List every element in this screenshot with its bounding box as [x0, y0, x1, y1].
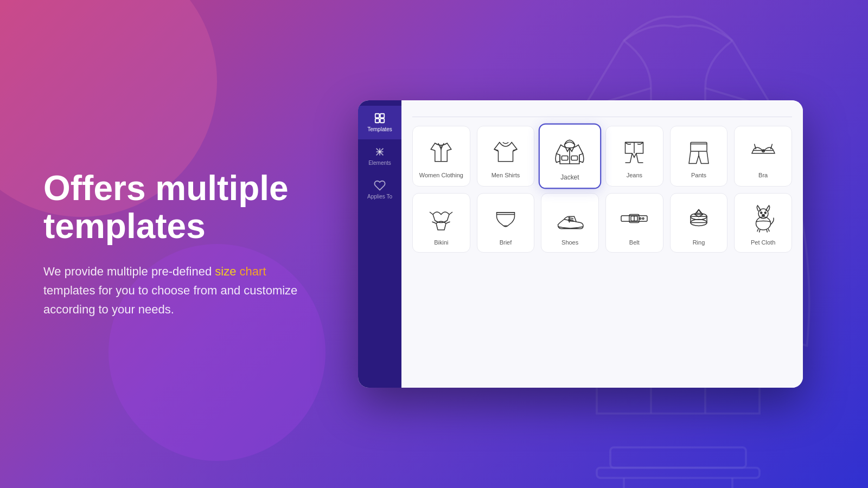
pants-label: Pants	[691, 172, 706, 178]
shoes-label: Shoes	[561, 239, 578, 246]
app-window: Templates Elements Applies To	[358, 100, 803, 388]
pet-cloth-label: Pet Cloth	[751, 239, 775, 246]
template-card-belt[interactable]: Belt	[605, 193, 663, 253]
belt-label: Belt	[629, 239, 640, 246]
svg-line-34	[568, 221, 574, 222]
svg-rect-9	[380, 119, 384, 123]
jacket-icon	[552, 134, 588, 169]
bikini-icon	[425, 202, 457, 235]
belt-icon	[618, 202, 650, 235]
svg-point-39	[640, 218, 641, 220]
svg-line-56	[767, 229, 768, 232]
women-clothing-icon	[425, 135, 457, 168]
description-text: We provide multiple pre-defined size cha…	[43, 262, 315, 319]
elements-label: Elements	[368, 160, 391, 166]
template-card-jacket[interactable]: Jacket	[539, 124, 601, 189]
template-card-ring[interactable]: Ring	[670, 193, 728, 253]
svg-line-53	[757, 229, 758, 232]
templates-icon	[374, 112, 386, 124]
ring-icon	[682, 202, 715, 235]
bikini-label: Bikini	[434, 239, 448, 246]
svg-point-52	[762, 215, 764, 216]
applies-to-label: Applies To	[367, 194, 392, 200]
svg-line-29	[446, 222, 450, 223]
svg-point-51	[764, 212, 766, 214]
template-card-bikini[interactable]: Bikini	[412, 193, 470, 253]
main-heading: Offers multiple templates	[43, 169, 315, 246]
brief-label: Brief	[500, 239, 512, 246]
pet-cloth-icon	[747, 202, 780, 235]
elements-icon	[374, 146, 386, 158]
left-section: Offers multiple templates We provide mul…	[43, 169, 315, 319]
svg-line-55	[759, 229, 760, 232]
svg-rect-0	[610, 447, 746, 468]
svg-line-32	[568, 218, 573, 219]
svg-line-26	[430, 212, 433, 215]
svg-rect-1	[597, 468, 760, 478]
shoes-icon	[554, 202, 586, 235]
jeans-label: Jeans	[627, 172, 642, 178]
sidebar-item-applies-to[interactable]: Applies To	[358, 173, 401, 207]
ring-label: Ring	[693, 239, 705, 246]
applies-to-icon	[374, 179, 386, 191]
bra-icon	[747, 135, 780, 168]
svg-line-27	[449, 212, 452, 215]
men-shirts-icon	[489, 135, 522, 168]
svg-line-28	[432, 222, 437, 223]
svg-point-40	[642, 218, 644, 220]
bra-label: Bra	[758, 172, 768, 178]
men-shirts-label: Men Shirts	[492, 172, 520, 178]
main-content: Women Clothing Men Shirts	[401, 100, 803, 388]
svg-rect-15	[562, 156, 568, 160]
svg-rect-8	[375, 119, 379, 123]
templates-label: Templates	[367, 126, 392, 133]
jeans-icon	[618, 135, 650, 168]
template-card-men-shirts[interactable]: Men Shirts	[477, 126, 535, 187]
template-card-bra[interactable]: Bra	[734, 126, 792, 187]
sidebar-item-templates[interactable]: Templates	[358, 106, 401, 139]
svg-line-54	[768, 229, 769, 232]
app-sidebar: Templates Elements Applies To	[358, 100, 401, 388]
template-card-jeans[interactable]: Jeans	[605, 126, 663, 187]
template-card-pet-cloth[interactable]: Pet Cloth	[734, 193, 792, 253]
pants-icon	[682, 135, 715, 168]
svg-rect-6	[375, 114, 379, 118]
svg-rect-16	[572, 156, 578, 160]
template-card-women-clothing[interactable]: Women Clothing	[412, 126, 470, 187]
svg-rect-7	[380, 114, 384, 118]
svg-point-50	[760, 212, 762, 214]
content-header	[412, 111, 792, 117]
template-card-shoes[interactable]: Shoes	[541, 193, 599, 253]
template-card-pants[interactable]: Pants	[670, 126, 728, 187]
sidebar-item-elements[interactable]: Elements	[358, 139, 401, 173]
template-grid: Women Clothing Men Shirts	[412, 126, 792, 253]
jacket-label: Jacket	[560, 174, 579, 181]
template-card-brief[interactable]: Brief	[477, 193, 535, 253]
brief-icon	[489, 202, 522, 235]
women-clothing-label: Women Clothing	[419, 172, 463, 178]
